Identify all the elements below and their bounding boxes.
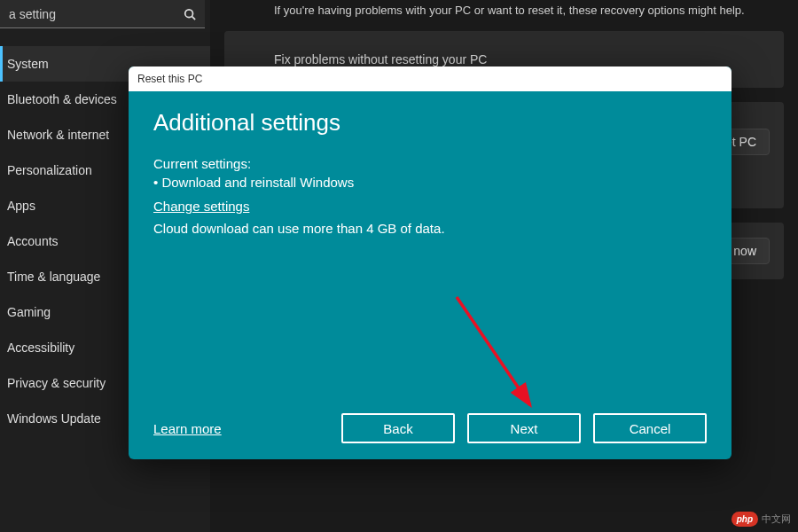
back-button[interactable]: Back bbox=[341, 413, 455, 443]
watermark: php 中文网 bbox=[732, 512, 791, 527]
cloud-download-note: Cloud download can use more than 4 GB of… bbox=[153, 221, 707, 236]
cancel-button[interactable]: Cancel bbox=[593, 413, 707, 443]
svg-point-0 bbox=[185, 9, 193, 17]
watermark-badge: php bbox=[732, 512, 758, 527]
search-input[interactable] bbox=[9, 7, 184, 21]
learn-more-link[interactable]: Learn more bbox=[153, 421, 222, 436]
current-settings-label: Current settings: bbox=[153, 156, 707, 171]
change-settings-link[interactable]: Change settings bbox=[153, 199, 707, 214]
modal-title: Reset this PC bbox=[137, 73, 202, 85]
watermark-text: 中文网 bbox=[762, 512, 791, 526]
svg-line-1 bbox=[192, 16, 196, 20]
reset-pc-modal: Reset this PC Additional settings Curren… bbox=[129, 66, 732, 459]
modal-heading: Additional settings bbox=[153, 109, 707, 137]
recovery-hint: If you're having problems with your PC o… bbox=[274, 4, 784, 17]
search-icon bbox=[184, 8, 196, 20]
modal-titlebar: Reset this PC bbox=[129, 66, 732, 91]
current-setting-item: Download and reinstall Windows bbox=[153, 175, 707, 190]
panel-label: Fix problems without resetting your PC bbox=[274, 52, 487, 66]
search-box[interactable] bbox=[0, 0, 205, 28]
next-button[interactable]: Next bbox=[467, 413, 581, 443]
modal-footer: Learn more Back Next Cancel bbox=[153, 413, 707, 443]
